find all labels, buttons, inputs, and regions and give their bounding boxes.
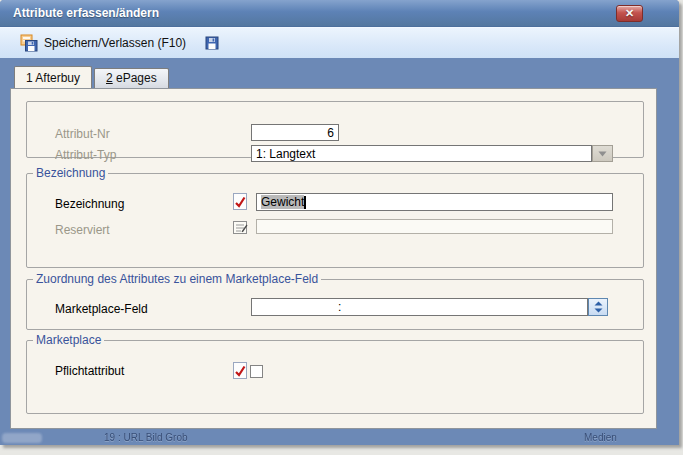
reserviert-label: Reserviert [55,223,110,237]
dialog-window: Attribute erfassen/ändern ✕ Speichern/Ve… [0,0,679,445]
dialog-body: 1 Afterbuy 2 ePages Attribut-Nr Attribut… [0,58,679,445]
save-exit-icon [20,34,38,52]
tab-afterbuy-label: 1 Afterbuy [26,71,80,85]
pflichtattribut-checkbox[interactable] [250,365,263,378]
tab-content-panel: Attribut-Nr Attribut-Typ 6 1: Langtext B… [10,88,657,429]
attribut-typ-value: 1: Langtext [256,147,315,161]
group-zuordnung-title: Zuordnung des Attributes zu einem Market… [33,272,321,286]
toolbar: Speichern/Verlassen (F10) [0,27,679,58]
tab-afterbuy[interactable]: 1 Afterbuy [14,66,92,88]
close-button[interactable]: ✕ [616,5,643,22]
close-icon: ✕ [625,7,634,19]
reserviert-input [256,219,613,234]
required-check-icon[interactable] [233,361,248,379]
save-exit-button[interactable]: Speichern/Verlassen (F10) [16,32,190,54]
attribut-typ-label: Attribut-Typ [55,148,116,162]
group-marketplace: Marketplace Pflichtattribut [26,340,644,414]
bezeichnung-label: Bezeichnung [55,197,124,211]
attribut-nr-label: Attribut-Nr [55,127,110,141]
attribut-typ-dropdown-button [592,145,613,162]
pflichtattribut-label: Pflichtattribut [55,364,124,378]
group-marketplace-title: Marketplace [33,333,104,347]
attribut-nr-input[interactable]: 6 [251,124,339,141]
chevron-down-icon [598,151,607,157]
bezeichnung-input[interactable]: Gewicht [256,193,613,211]
tab-epages-accel: 2 [106,71,113,85]
note-edit-icon[interactable] [233,218,248,236]
group-bezeichnung-title: Bezeichnung [33,166,108,180]
window-title: Attribute erfassen/ändern [13,0,159,26]
save-button[interactable] [202,33,222,53]
marketplace-feld-spinner[interactable] [588,298,608,316]
save-icon [204,35,220,51]
page-pencil-icon [233,220,248,235]
selected-text: Gewicht [261,195,304,209]
tab-epages[interactable]: 2 ePages [94,68,169,88]
text-caret [304,196,306,209]
page-check-icon [233,362,247,379]
titlebar: Attribute erfassen/ändern ✕ [0,0,679,27]
background-row-text: 19 : URL Bild Grob [104,432,188,443]
marketplace-feld-value: : [338,300,341,314]
marketplace-feld-input[interactable]: : [251,298,588,316]
screen: 19 : URL Bild Grob Medien Attribute erfa… [0,0,683,455]
attribut-nr-value: 6 [327,126,334,140]
marketplace-feld-label: Marketplace-Feld [55,302,148,316]
spinner-arrows-icon [593,301,604,314]
tab-epages-label: ePages [113,71,157,85]
page-check-icon [233,193,247,210]
translate-check-icon[interactable] [233,192,248,210]
attribut-typ-combobox[interactable]: 1: Langtext [251,145,592,162]
background-row-type: Medien [584,432,617,443]
background-text-fragment [2,433,42,443]
save-exit-label: Speichern/Verlassen (F10) [44,36,186,50]
